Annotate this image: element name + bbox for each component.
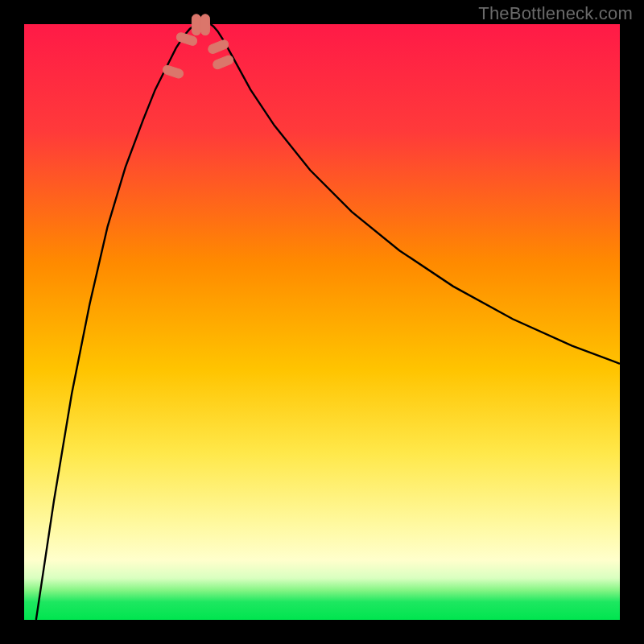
bottleneck-chart — [0, 0, 644, 644]
marker-2 — [192, 14, 200, 35]
plot-background — [24, 24, 620, 620]
chart-stage: TheBottleneck.com — [0, 0, 644, 644]
watermark-text: TheBottleneck.com — [478, 3, 633, 24]
marker-3 — [200, 14, 209, 35]
